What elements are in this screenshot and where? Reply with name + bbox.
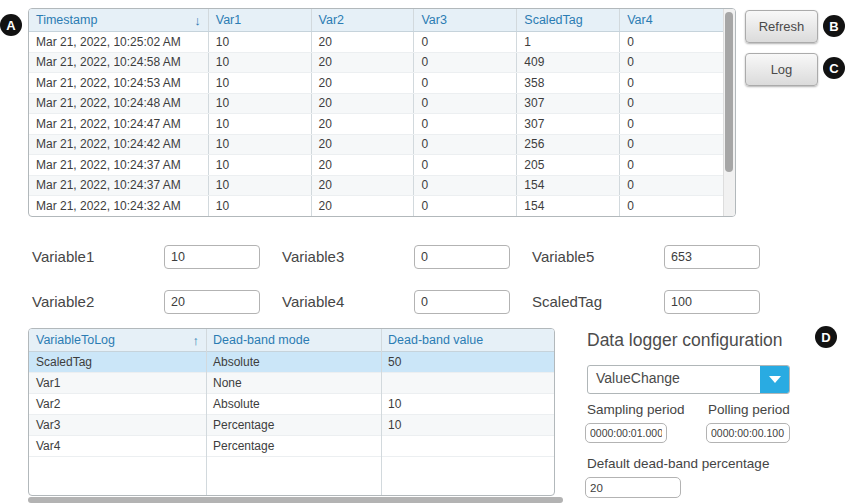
table-cell: Percentage [206,415,381,435]
log-table-header: Timestamp↓Var1Var2Var3ScaledTagVar4 [29,9,723,32]
variable-input-variable4[interactable] [414,290,510,314]
sampling-period-input[interactable] [585,423,667,443]
table-row[interactable]: Mar 21, 2022, 10:25:02 AM1020010 [29,32,723,53]
table-cell: 358 [517,73,620,93]
table-row[interactable]: Var2Absolute10 [29,394,554,415]
table-cell: 0 [620,135,723,155]
column-label: Dead-band value [388,333,483,347]
table-cell: 0 [620,196,723,216]
column-header-scaledtag[interactable]: ScaledTag [517,9,620,31]
table-cell: 10 [209,114,312,134]
default-deadband-label: Default dead-band percentage [587,456,769,471]
variable-label-variable4: Variable4 [282,293,414,310]
table-cell: 0 [620,155,723,175]
refresh-button[interactable]: Refresh [745,10,818,43]
annotation-b-badge: B [823,15,845,37]
table-row[interactable]: Mar 21, 2022, 10:24:42 AM102002560 [29,135,723,156]
variable-input-variable2[interactable] [164,290,260,314]
table-row[interactable]: Var3Percentage10 [29,415,554,436]
table-row[interactable]: Var1None [29,373,554,394]
variable-field: ScaledTag [532,279,782,324]
table-cell: 20 [312,94,415,114]
column-header-timestamp[interactable]: Timestamp↓ [29,9,209,31]
table-row[interactable]: Mar 21, 2022, 10:24:53 AM102003580 [29,73,723,94]
column-header-var2[interactable]: Var2 [312,9,415,31]
table-row[interactable]: Var4Percentage [29,436,554,457]
table-cell: 10 [209,155,312,175]
variable-label-scaledtag: ScaledTag [532,293,664,310]
table-cell: 0 [620,114,723,134]
table-cell: Mar 21, 2022, 10:25:02 AM [29,32,209,52]
default-deadband-input[interactable] [585,477,681,498]
table-cell: Mar 21, 2022, 10:24:47 AM [29,114,209,134]
column-label: Var3 [421,13,446,27]
table-cell: 20 [312,176,415,196]
column-label: VariableToLog [36,333,115,347]
config-panel-title: Data logger configuration [587,330,783,351]
table-cell: 0 [414,94,517,114]
column-header-dead-band-value[interactable]: Dead-band value [381,329,554,351]
column-header-variabletolog[interactable]: VariableToLog↑ [29,329,206,351]
table-cell: 20 [312,73,415,93]
deadband-table-body: ScaledTagAbsolute50Var1NoneVar2Absolute1… [29,352,554,457]
table-row[interactable]: Mar 21, 2022, 10:24:48 AM102003070 [29,94,723,115]
column-label: ScaledTag [524,13,582,27]
table-cell: 0 [414,114,517,134]
table-cell: ScaledTag [29,352,206,372]
annotation-d-badge: D [815,326,837,348]
column-label: Var1 [216,13,241,27]
variable-label-variable5: Variable5 [532,248,664,265]
table-cell: 0 [414,53,517,73]
dropdown-button[interactable] [760,366,789,393]
table-cell: 20 [312,155,415,175]
variable-label-variable2: Variable2 [32,293,164,310]
table-cell: 20 [312,114,415,134]
variable-input-scaledtag[interactable] [664,290,760,314]
table-cell [381,436,554,456]
sort-descending-icon: ↓ [194,13,201,28]
polling-period-input[interactable] [706,423,790,443]
table-cell: 0 [414,155,517,175]
column-header-var3[interactable]: Var3 [414,9,517,31]
deadband-table-horizontal-scrollbar[interactable] [28,497,563,503]
table-cell: 10 [381,415,554,435]
table-cell: 10 [209,53,312,73]
log-button[interactable]: Log [745,53,818,86]
column-header-var1[interactable]: Var1 [209,9,312,31]
table-cell: 0 [620,73,723,93]
table-cell: Absolute [206,352,381,372]
dropdown-selected-value: ValueChange [596,366,680,391]
table-row[interactable]: ScaledTagAbsolute50 [29,352,554,373]
table-cell: 10 [209,94,312,114]
table-cell: 10 [209,196,312,216]
column-header-var4[interactable]: Var4 [620,9,723,31]
column-header-dead-band-mode[interactable]: Dead-band mode [206,329,381,351]
table-cell: 154 [517,176,620,196]
table-cell: Absolute [206,394,381,414]
variable-input-variable1[interactable] [164,245,260,269]
table-row[interactable]: Mar 21, 2022, 10:24:58 AM102004090 [29,53,723,74]
table-row[interactable]: Mar 21, 2022, 10:24:47 AM102003070 [29,114,723,135]
table-cell: 256 [517,135,620,155]
table-cell: 20 [312,32,415,52]
table-cell: 0 [620,32,723,52]
log-table-vertical-scrollbar[interactable] [723,9,735,216]
variable-field: Variable2 [32,279,282,324]
sort-ascending-icon: ↑ [193,333,200,348]
table-cell: 20 [312,53,415,73]
table-row[interactable]: Mar 21, 2022, 10:24:37 AM102001540 [29,176,723,197]
table-cell: 0 [414,32,517,52]
logging-mode-dropdown[interactable]: ValueChange [587,365,790,394]
scrollbar-thumb[interactable] [725,12,733,172]
table-cell [381,373,554,393]
table-row[interactable]: Mar 21, 2022, 10:24:37 AM102002050 [29,155,723,176]
variable-input-variable3[interactable] [414,245,510,269]
table-cell: 10 [209,32,312,52]
table-row[interactable]: Mar 21, 2022, 10:24:32 AM102001540 [29,196,723,216]
table-cell: 409 [517,53,620,73]
table-cell: 0 [414,73,517,93]
table-cell: 0 [620,94,723,114]
opc-data-logger-window: Timestamp↓Var1Var2Var3ScaledTagVar4 Mar … [0,0,846,504]
table-cell: Mar 21, 2022, 10:24:42 AM [29,135,209,155]
variable-input-variable5[interactable] [664,245,760,269]
